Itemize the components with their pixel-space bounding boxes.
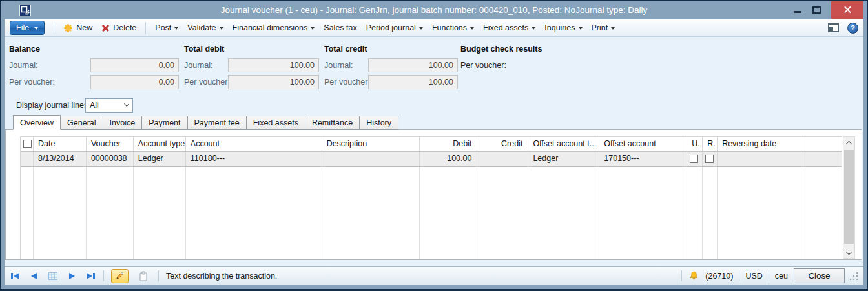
menu-inquiries[interactable]: Inquiries bbox=[544, 23, 582, 32]
combo-value: All bbox=[90, 101, 99, 110]
budget-per-voucher-label: Per voucher: bbox=[460, 58, 506, 70]
r-checkbox[interactable] bbox=[705, 155, 714, 163]
grid-view-icon[interactable] bbox=[47, 270, 59, 282]
previous-record-icon[interactable] bbox=[28, 270, 40, 282]
column-header-date[interactable]: Date bbox=[34, 137, 87, 151]
notification-count[interactable]: (26710) bbox=[705, 272, 733, 281]
chevron-down-icon bbox=[34, 27, 38, 30]
tab-overview[interactable]: Overview bbox=[13, 115, 61, 130]
tab-payment-fee[interactable]: Payment fee bbox=[187, 116, 247, 130]
cell-account[interactable]: 110180--- bbox=[186, 152, 322, 166]
pane-layout-icon[interactable] bbox=[828, 23, 839, 32]
chevron-down-icon bbox=[579, 27, 583, 30]
column-header-account[interactable]: Account bbox=[186, 137, 322, 151]
menu-label: Functions bbox=[432, 23, 467, 32]
last-record-icon[interactable] bbox=[85, 270, 96, 282]
menu-validate[interactable]: Validate bbox=[187, 23, 223, 32]
column-header-offset-account[interactable]: Offset account bbox=[599, 137, 687, 151]
cell-debit[interactable]: 100.00 bbox=[420, 152, 478, 166]
column-header-credit[interactable]: Credit bbox=[477, 137, 528, 151]
close-icon[interactable] bbox=[831, 1, 863, 19]
journal-voucher-window: Journal voucher (1 - ceu) - Journal: Gen… bbox=[0, 0, 868, 291]
display-journal-lines-select[interactable]: All bbox=[85, 98, 133, 113]
menu-label: Inquiries bbox=[544, 23, 575, 32]
cell-account-type[interactable]: Ledger bbox=[134, 152, 186, 166]
cell-reversing-date[interactable] bbox=[718, 152, 801, 166]
menu-post[interactable]: Post bbox=[155, 23, 178, 32]
cell-u[interactable] bbox=[687, 152, 703, 166]
select-all-cell[interactable] bbox=[21, 137, 34, 151]
delete-button-label: Delete bbox=[113, 23, 136, 32]
row-selector-cell[interactable] bbox=[21, 152, 34, 166]
tab-fixed-assets[interactable]: Fixed assets bbox=[246, 116, 305, 130]
column-header-u[interactable]: U. bbox=[687, 137, 703, 151]
u-checkbox[interactable] bbox=[690, 155, 698, 163]
next-record-icon[interactable] bbox=[66, 270, 78, 282]
scrollbar-thumb[interactable] bbox=[844, 150, 854, 244]
cell-credit[interactable] bbox=[477, 152, 528, 166]
menu-label: Validate bbox=[187, 23, 216, 32]
menu-print[interactable]: Print bbox=[592, 23, 615, 32]
menu-sales-tax[interactable]: Sales tax bbox=[324, 23, 356, 32]
grid-empty-area[interactable] bbox=[21, 167, 842, 259]
column-header-description[interactable]: Description bbox=[322, 137, 420, 151]
column-header-offset-account-type[interactable]: Offset account t... bbox=[528, 137, 599, 151]
tab-invoice[interactable]: Invoice bbox=[103, 116, 143, 130]
tab-strip: Overview General Invoice Payment Payment… bbox=[13, 115, 398, 130]
delete-button[interactable]: Delete bbox=[101, 23, 136, 32]
toolbar: File New Delete Post Validate Financial … bbox=[5, 19, 863, 37]
credit-per-voucher-field: 100.00 bbox=[368, 75, 458, 89]
cell-voucher[interactable]: 00000038 bbox=[87, 152, 134, 166]
column-header-r[interactable]: R. bbox=[703, 137, 718, 151]
new-button[interactable]: New bbox=[63, 23, 92, 33]
title-bar[interactable]: Journal voucher (1 - ceu) - Journal: Gen… bbox=[1, 1, 867, 19]
toolbar-separator bbox=[54, 22, 54, 34]
cell-r[interactable] bbox=[703, 152, 718, 166]
resize-grip[interactable] bbox=[851, 272, 858, 281]
currency-indicator[interactable]: USD bbox=[745, 272, 762, 281]
clipboard-icon bbox=[139, 271, 148, 281]
statusbar-separator bbox=[681, 270, 682, 281]
minimize-icon[interactable] bbox=[794, 11, 801, 13]
tab-remittance[interactable]: Remittance bbox=[305, 116, 360, 130]
scroll-up-icon[interactable] bbox=[843, 137, 854, 148]
column-header-debit[interactable]: Debit bbox=[420, 137, 478, 151]
debit-per-voucher-field: 100.00 bbox=[228, 75, 319, 89]
edit-record-button[interactable] bbox=[111, 269, 129, 283]
cell-description[interactable] bbox=[322, 152, 420, 166]
tab-general[interactable]: General bbox=[60, 116, 103, 130]
help-icon[interactable]: ? bbox=[847, 23, 858, 34]
tab-payment[interactable]: Payment bbox=[141, 116, 187, 130]
total-credit-section-title: Total credit bbox=[324, 45, 367, 54]
tab-history[interactable]: History bbox=[359, 116, 398, 130]
first-record-icon[interactable] bbox=[10, 270, 21, 282]
credit-per-voucher-label: Per voucher: bbox=[324, 75, 370, 87]
column-header-account-type[interactable]: Account type bbox=[134, 137, 186, 151]
menu-label: Financial dimensions bbox=[232, 23, 308, 32]
status-bar: Text describing the transaction. (26710)… bbox=[5, 266, 863, 285]
close-button[interactable]: Close bbox=[794, 268, 845, 283]
balance-journal-label: Journal: bbox=[9, 58, 37, 70]
column-header-voucher[interactable]: Voucher bbox=[87, 137, 134, 151]
credit-journal-field: 100.00 bbox=[368, 58, 458, 72]
column-header-reversing-date[interactable]: Reversing date bbox=[718, 137, 801, 151]
maximize-icon[interactable] bbox=[812, 6, 821, 14]
table-row[interactable]: 8/13/2014 00000038 Ledger 110180--- 100.… bbox=[21, 152, 842, 167]
cell-offset-account[interactable]: 170150--- bbox=[599, 152, 687, 166]
alerts-bell-icon[interactable] bbox=[688, 270, 699, 282]
statusbar-separator bbox=[739, 270, 739, 281]
file-menu-button[interactable]: File bbox=[10, 21, 45, 35]
menu-fixed-assets[interactable]: Fixed assets bbox=[483, 23, 535, 32]
menu-period-journal[interactable]: Period journal bbox=[366, 23, 423, 32]
cell-date[interactable]: 8/13/2014 bbox=[34, 152, 87, 166]
scroll-down-icon[interactable] bbox=[843, 247, 854, 258]
company-indicator[interactable]: ceu bbox=[775, 272, 788, 281]
statusbar-separator bbox=[769, 270, 769, 281]
menu-financial-dimensions[interactable]: Financial dimensions bbox=[232, 23, 315, 32]
menu-functions[interactable]: Functions bbox=[432, 23, 474, 32]
chevron-down-icon bbox=[220, 27, 223, 30]
vertical-scrollbar[interactable] bbox=[843, 136, 855, 259]
document-attachment-button[interactable] bbox=[136, 269, 151, 283]
cell-offset-account-type[interactable]: Ledger bbox=[528, 152, 599, 166]
select-all-checkbox[interactable] bbox=[23, 140, 32, 148]
